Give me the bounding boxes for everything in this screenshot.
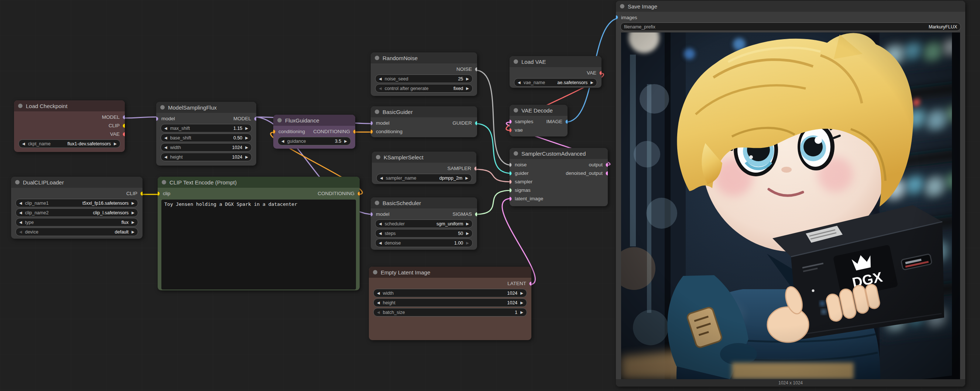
prompt-textarea[interactable]: Toy Jensen holding a DGX Spark in a data… xyxy=(161,199,356,290)
node-header[interactable]: Load Checkpoint xyxy=(14,100,125,111)
noise-seed-widget[interactable]: ◀ noise_seed 25 ▶ xyxy=(375,74,473,83)
collapse-dot-icon[interactable] xyxy=(15,180,19,184)
node-sampler-custom-advanced[interactable]: SamplerCustomAdvanced noise output guide… xyxy=(509,148,608,206)
node-flux-guidance[interactable]: FluxGuidance conditioning CONDITIONING ◀… xyxy=(273,115,355,149)
next-arrow-icon[interactable]: ▶ xyxy=(344,139,347,143)
node-header[interactable]: SamplerCustomAdvanced xyxy=(509,148,608,159)
collapse-dot-icon[interactable] xyxy=(373,270,377,274)
model-output-port[interactable] xyxy=(123,115,125,120)
next-arrow-icon[interactable]: ▶ xyxy=(132,230,134,234)
node-ksampler-select[interactable]: KSamplerSelect SAMPLER ◀ sampler_name dp… xyxy=(372,152,476,184)
next-arrow-icon[interactable]: ▶ xyxy=(245,136,248,140)
sampler-output-port[interactable] xyxy=(474,166,476,171)
node-model-sampling-flux[interactable]: ModelSamplingFlux model MODEL ◀ max_shif… xyxy=(156,102,256,166)
next-arrow-icon[interactable]: ▶ xyxy=(465,176,468,180)
clip-output-port[interactable] xyxy=(123,123,125,128)
samples-input-port[interactable] xyxy=(509,120,512,124)
collapse-dot-icon[interactable] xyxy=(375,56,379,60)
next-arrow-icon[interactable]: ▶ xyxy=(245,127,248,130)
next-arrow-icon[interactable]: ▶ xyxy=(132,221,134,224)
device-widget[interactable]: ◀ device default ▶ xyxy=(16,228,138,236)
output-port[interactable] xyxy=(606,163,608,167)
prev-arrow-icon[interactable]: ◀ xyxy=(282,139,284,143)
width-widget[interactable]: ◀ width 1024 ▶ xyxy=(161,143,252,152)
next-arrow-icon[interactable]: ▶ xyxy=(520,291,523,295)
height-widget[interactable]: ◀ height 1024 ▶ xyxy=(373,298,527,307)
prev-arrow-icon[interactable]: ◀ xyxy=(379,77,382,81)
collapse-dot-icon[interactable] xyxy=(162,180,166,184)
prev-arrow-icon[interactable]: ◀ xyxy=(22,142,25,146)
conditioning-input-port[interactable] xyxy=(371,130,373,134)
next-arrow-icon[interactable]: ▶ xyxy=(590,81,593,84)
collapse-dot-icon[interactable] xyxy=(277,118,282,122)
collapse-dot-icon[interactable] xyxy=(514,108,518,112)
max-shift-widget[interactable]: ◀ max_shift 1.15 ▶ xyxy=(161,124,252,133)
node-header[interactable]: VAE Decode xyxy=(509,105,568,116)
node-vae-decode[interactable]: VAE Decode samples IMAGE vae xyxy=(509,105,568,136)
control-after-generate-widget[interactable]: ◀ control after generate fixed ▶ xyxy=(375,84,473,93)
node-graph-canvas[interactable]: Load Checkpoint MODEL CLIP VAE ◀ ckpt_na… xyxy=(0,0,980,391)
node-header[interactable]: KSamplerSelect xyxy=(372,152,476,163)
clip-input-port[interactable] xyxy=(158,192,160,196)
prev-arrow-icon[interactable]: ◀ xyxy=(164,127,167,130)
collapse-dot-icon[interactable] xyxy=(160,105,165,109)
scheduler-widget[interactable]: ◀ scheduler sgm_uniform ▶ xyxy=(375,220,473,228)
guider-output-port[interactable] xyxy=(475,121,477,125)
noise-output-port[interactable] xyxy=(475,67,477,71)
vae-input-port[interactable] xyxy=(509,128,512,133)
prev-arrow-icon[interactable]: ◀ xyxy=(377,310,380,314)
next-arrow-icon[interactable]: ▶ xyxy=(466,241,469,245)
next-arrow-icon[interactable]: ▶ xyxy=(245,146,248,149)
guidance-widget[interactable]: ◀ guidance 3.5 ▶ xyxy=(278,137,351,145)
conditioning-output-port[interactable] xyxy=(358,192,360,196)
next-arrow-icon[interactable]: ▶ xyxy=(132,211,134,215)
latent-output-port[interactable] xyxy=(529,282,531,286)
prev-arrow-icon[interactable]: ◀ xyxy=(380,176,383,180)
node-clip-text-encode[interactable]: CLIP Text Encode (Prompt) clip CONDITION… xyxy=(158,177,360,290)
next-arrow-icon[interactable]: ▶ xyxy=(466,222,469,226)
node-basic-guider[interactable]: BasicGuider model GUIDER conditioning xyxy=(371,106,477,137)
prev-arrow-icon[interactable]: ◀ xyxy=(164,146,167,149)
node-header[interactable]: Save Image xyxy=(616,1,965,12)
image-output-port[interactable] xyxy=(565,120,568,124)
clip-output-port[interactable] xyxy=(140,192,143,196)
base-shift-widget[interactable]: ◀ base_shift 0.50 ▶ xyxy=(161,133,252,142)
prev-arrow-icon[interactable]: ◀ xyxy=(19,211,22,215)
node-basic-scheduler[interactable]: BasicScheduler model SIGMAS ◀ scheduler … xyxy=(371,197,477,250)
collapse-dot-icon[interactable] xyxy=(376,155,380,159)
node-load-checkpoint[interactable]: Load Checkpoint MODEL CLIP VAE ◀ ckpt_na… xyxy=(14,100,125,152)
denoised-output-port[interactable] xyxy=(606,171,608,176)
noise-input-port[interactable] xyxy=(509,163,512,167)
prev-arrow-icon[interactable]: ◀ xyxy=(164,155,167,159)
sampler-input-port[interactable] xyxy=(509,180,512,184)
next-arrow-icon[interactable]: ▶ xyxy=(132,201,134,205)
node-header[interactable]: ModelSamplingFlux xyxy=(156,102,256,113)
node-header[interactable]: Load VAE xyxy=(509,56,601,67)
type-widget[interactable]: ◀ type flux ▶ xyxy=(16,218,138,226)
node-load-vae[interactable]: Load VAE VAE ◀ vae_name ae.safetensors ▶ xyxy=(509,56,601,88)
prev-arrow-icon[interactable]: ◀ xyxy=(377,291,380,295)
collapse-dot-icon[interactable] xyxy=(375,109,379,114)
conditioning-output-port[interactable] xyxy=(353,130,355,134)
next-arrow-icon[interactable]: ▶ xyxy=(520,310,523,314)
node-header[interactable]: Empty Latent Image xyxy=(369,267,531,278)
sigmas-output-port[interactable] xyxy=(475,212,477,217)
next-arrow-icon[interactable]: ▶ xyxy=(466,87,469,90)
collapse-dot-icon[interactable] xyxy=(514,59,518,64)
denoise-widget[interactable]: ◀ denoise 1.00 ▶ xyxy=(375,239,473,247)
collapse-dot-icon[interactable] xyxy=(18,104,22,108)
sampler-name-widget[interactable]: ◀ sampler_name dpmpp_2m ▶ xyxy=(376,174,472,182)
collapse-dot-icon[interactable] xyxy=(620,4,624,8)
latent-image-input-port[interactable] xyxy=(509,196,512,201)
prev-arrow-icon[interactable]: ◀ xyxy=(379,232,382,235)
prev-arrow-icon[interactable]: ◀ xyxy=(379,222,382,226)
next-arrow-icon[interactable]: ▶ xyxy=(520,301,523,305)
node-save-image[interactable]: Save Image images filename_prefix Markur… xyxy=(616,1,965,386)
batch-size-widget[interactable]: ◀ batch_size 1 ▶ xyxy=(373,308,527,317)
ckpt-name-widget[interactable]: ◀ ckpt_name flux1-dev.safetensors ▶ xyxy=(19,139,120,148)
clip-name1-widget[interactable]: ◀ clip_name1 t5xxl_fp16.safetensors ▶ xyxy=(16,199,138,207)
prev-arrow-icon[interactable]: ◀ xyxy=(19,201,22,205)
node-header[interactable]: DualCLIPLoader xyxy=(11,177,143,188)
next-arrow-icon[interactable]: ▶ xyxy=(245,155,248,159)
prev-arrow-icon[interactable]: ◀ xyxy=(377,301,380,305)
